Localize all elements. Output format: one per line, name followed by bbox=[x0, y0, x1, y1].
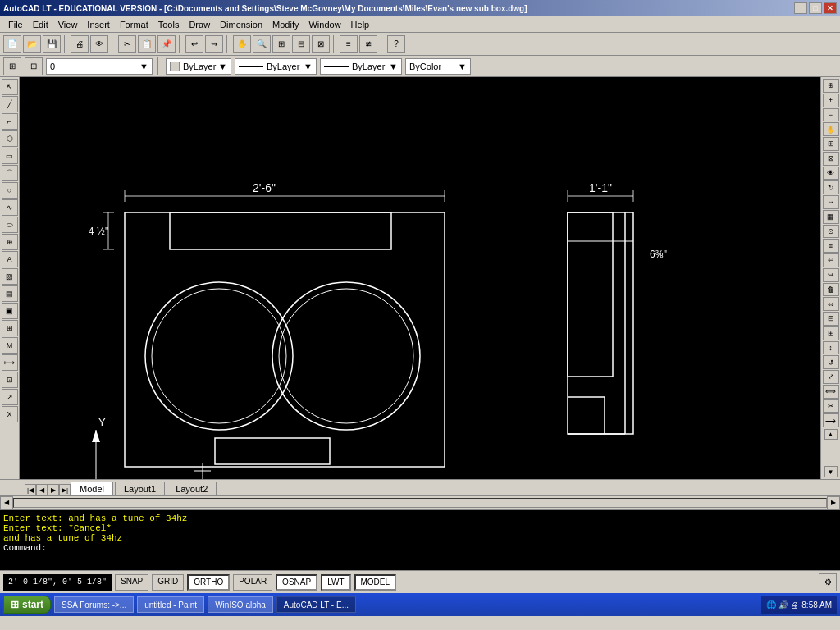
lt-spline[interactable]: ∿ bbox=[2, 199, 18, 216]
matchprop-button[interactable]: ≢ bbox=[359, 35, 377, 53]
rt-trim[interactable]: ✂ bbox=[823, 399, 839, 413]
lt-region[interactable]: ▣ bbox=[2, 303, 18, 319]
lwt-button[interactable]: LWT bbox=[321, 574, 350, 591]
lt-mtext[interactable]: M bbox=[2, 337, 18, 354]
menu-insert[interactable]: Insert bbox=[82, 18, 115, 31]
rt-offset[interactable]: ⊟ bbox=[823, 312, 839, 326]
rt-zoom-ext[interactable]: ⊠ bbox=[823, 152, 839, 166]
rt-zoom-win[interactable]: ⊞ bbox=[823, 137, 839, 151]
minimize-button[interactable]: _ bbox=[794, 2, 807, 14]
rt-stretch[interactable]: ⟺ bbox=[823, 385, 839, 399]
rt-zoom-in[interactable]: + bbox=[823, 94, 839, 107]
lt-gradient[interactable]: ▤ bbox=[2, 285, 18, 302]
hscroll-right-button[interactable]: ▶ bbox=[827, 496, 840, 509]
tab-nav-prev[interactable]: ◀ bbox=[36, 484, 48, 495]
zoom-prev-button[interactable]: ⊟ bbox=[292, 35, 310, 53]
zoom-ext-button[interactable]: ⊠ bbox=[312, 35, 330, 53]
rt-list[interactable]: ≡ bbox=[823, 239, 839, 253]
tab-model[interactable]: Model bbox=[71, 482, 113, 495]
rt-zoom-out[interactable]: − bbox=[823, 108, 839, 122]
menu-file[interactable]: File bbox=[3, 18, 28, 31]
open-button[interactable]: 📂 bbox=[23, 35, 41, 53]
lt-x[interactable]: X bbox=[2, 406, 18, 422]
menu-format[interactable]: Format bbox=[115, 18, 153, 31]
lt-rect[interactable]: ▭ bbox=[2, 148, 18, 164]
tab-nav-next[interactable]: ▶ bbox=[48, 484, 59, 495]
maximize-button[interactable]: □ bbox=[809, 2, 822, 14]
rt-erase[interactable]: 🗑 bbox=[823, 283, 839, 297]
lt-polyline[interactable]: ⌐ bbox=[2, 113, 18, 130]
tab-layout2[interactable]: Layout2 bbox=[167, 482, 217, 495]
close-button[interactable]: ✕ bbox=[824, 2, 837, 14]
linetype-dropdown[interactable]: ByLayer ▼ bbox=[235, 58, 317, 75]
layer-dropdown[interactable]: 0 ▼ bbox=[46, 58, 153, 75]
command-prompt[interactable]: Command: bbox=[3, 543, 837, 553]
lineweight-dropdown[interactable]: ByLayer ▼ bbox=[320, 58, 402, 75]
pan-button[interactable]: ✋ bbox=[233, 35, 251, 53]
lt-ellipse[interactable]: ⬭ bbox=[2, 217, 18, 233]
copy-button[interactable]: 📋 bbox=[138, 35, 156, 53]
lt-line[interactable]: ╱ bbox=[2, 96, 18, 112]
rt-scale[interactable]: ⤢ bbox=[823, 370, 839, 384]
rt-area[interactable]: ▦ bbox=[823, 210, 839, 224]
ortho-button[interactable]: ORTHO bbox=[187, 574, 230, 591]
taskbar-btn-1[interactable]: untitled - Paint bbox=[137, 596, 204, 613]
layer-manager-button[interactable]: ⊞ bbox=[3, 57, 21, 75]
taskbar-btn-2[interactable]: WinISO alpha bbox=[208, 596, 273, 613]
tab-nav-last[interactable]: ▶| bbox=[59, 484, 71, 495]
plotstyle-dropdown[interactable]: ByColor ▼ bbox=[405, 58, 471, 75]
lt-hatch[interactable]: ▨ bbox=[2, 268, 18, 285]
taskbar-btn-0[interactable]: SSA Forums: ->... bbox=[54, 596, 134, 613]
lt-text[interactable]: A bbox=[2, 251, 18, 267]
grid-button[interactable]: GRID bbox=[152, 574, 184, 591]
canvas-area[interactable]: 2'-6" 4 ½" 1'-1" 6⅜" bbox=[20, 77, 820, 479]
lt-arc[interactable]: ⌒ bbox=[2, 165, 18, 181]
lt-table[interactable]: ⊞ bbox=[2, 320, 18, 336]
osnap-button[interactable]: OSNAP bbox=[276, 574, 317, 591]
start-button[interactable]: ⊞ start bbox=[3, 596, 51, 614]
lt-leader[interactable]: ↗ bbox=[2, 389, 18, 405]
lt-polygon[interactable]: ⬡ bbox=[2, 130, 18, 147]
help-button[interactable]: ? bbox=[387, 35, 405, 53]
menu-tools[interactable]: Tools bbox=[153, 18, 185, 31]
rt-pan[interactable]: ✋ bbox=[823, 122, 839, 136]
menu-window[interactable]: Window bbox=[304, 18, 345, 31]
save-button[interactable]: 💾 bbox=[43, 35, 61, 53]
status-gear-button[interactable]: ⚙ bbox=[819, 573, 837, 591]
properties-button[interactable]: ≡ bbox=[340, 35, 358, 53]
rt-undo[interactable]: ↩ bbox=[823, 253, 839, 267]
menu-view[interactable]: View bbox=[53, 18, 83, 31]
hscroll-track[interactable] bbox=[13, 498, 827, 508]
rt-view[interactable]: 👁 bbox=[823, 167, 839, 180]
lt-tolerance[interactable]: ⊡ bbox=[2, 372, 18, 388]
rt-3dorbit[interactable]: ↻ bbox=[823, 180, 839, 194]
cut-button[interactable]: ✂ bbox=[118, 35, 136, 53]
rt-mirror[interactable]: ⇔ bbox=[823, 297, 839, 311]
taskbar-btn-3[interactable]: AutoCAD LT - E... bbox=[276, 596, 356, 613]
rt-rotate[interactable]: ↺ bbox=[823, 355, 839, 369]
menu-edit[interactable]: Edit bbox=[28, 18, 53, 31]
new-button[interactable]: 📄 bbox=[3, 35, 21, 53]
rt-extend[interactable]: ⟶ bbox=[823, 413, 839, 427]
rt-dist[interactable]: ↔ bbox=[823, 195, 839, 209]
print-button[interactable]: 🖨 bbox=[71, 35, 89, 53]
preview-button[interactable]: 👁 bbox=[90, 35, 108, 53]
menu-draw[interactable]: Draw bbox=[184, 18, 215, 31]
snap-button[interactable]: SNAP bbox=[115, 574, 148, 591]
lt-dim[interactable]: ⟼ bbox=[2, 354, 18, 371]
tab-layout1[interactable]: Layout1 bbox=[115, 482, 165, 495]
lt-insert[interactable]: ⊕ bbox=[2, 234, 18, 250]
polar-button[interactable]: POLAR bbox=[233, 574, 272, 591]
menu-help[interactable]: Help bbox=[346, 18, 375, 31]
undo-button[interactable]: ↩ bbox=[185, 35, 203, 53]
paste-button[interactable]: 📌 bbox=[158, 35, 176, 53]
lt-arrow[interactable]: ↖ bbox=[2, 79, 18, 95]
menu-dimension[interactable]: Dimension bbox=[215, 18, 267, 31]
model-button[interactable]: MODEL bbox=[354, 574, 397, 591]
hscroll-left-button[interactable]: ◀ bbox=[0, 496, 13, 509]
scroll-down-button[interactable]: ▼ bbox=[824, 466, 838, 477]
rt-move[interactable]: ↕ bbox=[823, 341, 839, 355]
rt-redo[interactable]: ↪ bbox=[823, 268, 839, 282]
rt-locate[interactable]: ⊙ bbox=[823, 225, 839, 239]
redo-button[interactable]: ↪ bbox=[205, 35, 223, 53]
